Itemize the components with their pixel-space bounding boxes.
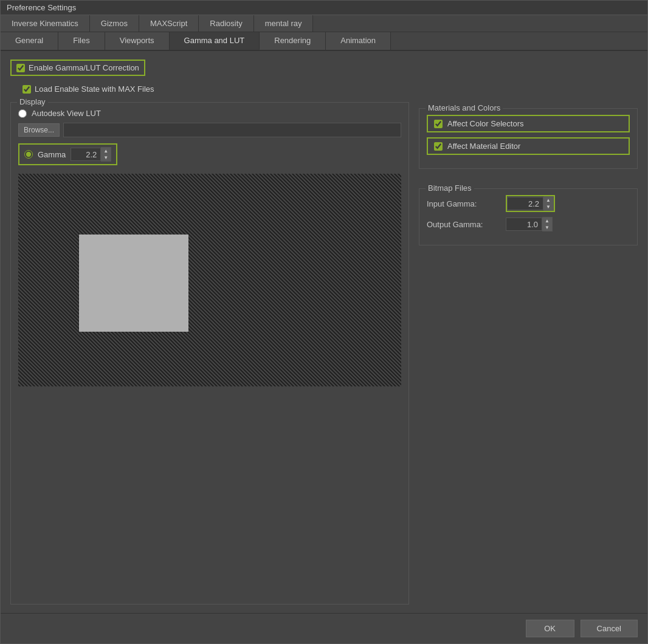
output-gamma-row: Output Gamma: ▲ ▼ [427,217,630,231]
autodesk-lut-row: Autodesk View LUT [18,109,401,118]
enable-gamma-row: Enable Gamma/LUT Correction [10,60,638,76]
bitmap-files-group: Bitmap Files Input Gamma: ▲ ▼ [419,188,638,245]
window-title: Preference Settings [7,3,76,12]
output-gamma-input[interactable] [506,218,542,231]
materials-colors-group: Materials and Colors Affect Color Select… [419,108,638,169]
load-enable-state-text: Load Enable State with MAX Files [35,84,154,94]
tab-gamma-lut[interactable]: Gamma and LUT [170,32,260,50]
tab-gizmos[interactable]: Gizmos [90,15,139,32]
preference-settings-window: Preference Settings Inverse Kinematics G… [0,0,648,644]
affect-material-editor-checkbox[interactable] [434,142,443,151]
load-enable-state-label[interactable]: Load Enable State with MAX Files [10,82,159,96]
output-gamma-up[interactable]: ▲ [542,218,552,224]
checkerboard-background [18,174,401,386]
gamma-spinbox-arrows: ▲ ▼ [101,147,111,162]
bottom-bar: OK Cancel [1,613,647,643]
right-panel: Materials and Colors Affect Color Select… [419,102,638,605]
tab-rendering[interactable]: Rendering [260,32,326,50]
enable-gamma-checkbox-label[interactable]: Enable Gamma/LUT Correction [10,60,145,76]
materials-colors-label: Materials and Colors [426,103,503,112]
gamma-up-arrow[interactable]: ▲ [101,148,111,154]
gamma-radio[interactable] [24,150,33,159]
gamma-down-arrow[interactable]: ▼ [101,154,111,161]
affect-material-editor-label[interactable]: Affect Material Editor [427,137,630,155]
display-panel: Display Autodesk View LUT Browse... Gamm… [10,102,409,605]
display-group-label: Display [17,97,48,106]
lut-path-input[interactable] [63,123,401,137]
bitmap-files-label: Bitmap Files [426,183,474,193]
input-gamma-label: Input Gamma: [427,199,500,208]
tabs-row-2: General Files Viewports Gamma and LUT Re… [1,32,647,51]
output-gamma-spinbox: ▲ ▼ [506,217,553,231]
tab-general[interactable]: General [1,32,58,50]
autodesk-lut-radio[interactable] [18,109,27,118]
preview-grey-rect [79,235,188,332]
tabs-row-1: Inverse Kinematics Gizmos MAXScript Radi… [1,15,647,32]
load-enable-state-row: Load Enable State with MAX Files [10,82,638,96]
input-gamma-up[interactable]: ▲ [543,197,553,204]
affect-color-selectors-checkbox[interactable] [434,120,443,128]
ok-button[interactable]: OK [526,620,574,637]
gamma-label: Gamma [38,150,66,159]
tab-maxscript[interactable]: MAXScript [139,15,199,32]
tab-inverse-kinematics[interactable]: Inverse Kinematics [1,15,90,32]
output-gamma-arrows: ▲ ▼ [542,217,553,231]
gamma-value-input[interactable] [71,148,101,161]
load-enable-state-checkbox[interactable] [22,85,31,94]
tab-viewports[interactable]: Viewports [105,32,170,50]
browse-row: Browse... [18,123,401,137]
gamma-row: Gamma ▲ ▼ [18,143,117,165]
affect-color-selectors-text: Affect Color Selectors [447,119,523,128]
tab-radiosity[interactable]: Radiosity [199,15,253,32]
gamma-spinbox: ▲ ▼ [71,147,111,162]
input-gamma-arrows: ▲ ▼ [543,196,554,211]
enable-gamma-label: Enable Gamma/LUT Correction [29,63,139,72]
output-gamma-label: Output Gamma: [427,220,500,229]
input-gamma-down[interactable]: ▼ [543,204,553,210]
affect-material-editor-text: Affect Material Editor [447,142,520,151]
tab-mental-ray[interactable]: mental ray [254,15,314,32]
enable-gamma-checkbox[interactable] [16,64,25,72]
main-panels: Display Autodesk View LUT Browse... Gamm… [10,102,638,605]
title-bar: Preference Settings [1,1,647,15]
input-gamma-input[interactable] [507,197,543,210]
affect-color-selectors-label[interactable]: Affect Color Selectors [427,115,630,132]
output-gamma-down[interactable]: ▼ [542,224,552,231]
browse-button[interactable]: Browse... [18,123,60,137]
main-content: Enable Gamma/LUT Correction Load Enable … [1,51,647,613]
tab-animation[interactable]: Animation [326,32,391,50]
autodesk-lut-label: Autodesk View LUT [32,109,101,118]
cancel-button[interactable]: Cancel [581,620,638,637]
gamma-preview-area [18,174,401,386]
input-gamma-row: Input Gamma: ▲ ▼ [427,195,630,212]
input-gamma-spinbox-container: ▲ ▼ [506,195,555,212]
tab-files[interactable]: Files [58,32,105,50]
